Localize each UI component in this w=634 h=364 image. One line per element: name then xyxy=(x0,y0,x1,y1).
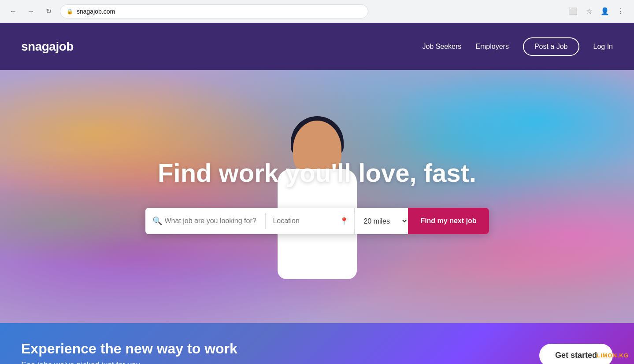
menu-button[interactable]: ⋮ xyxy=(615,5,627,18)
lock-icon: 🔒 xyxy=(67,8,73,15)
browser-right-icons: ⬜ ☆ 👤 ⋮ xyxy=(567,5,627,18)
watermark-text2: N.KG xyxy=(613,352,629,359)
search-icon: 🔍 xyxy=(152,216,162,226)
location-pin-icon: 📍 xyxy=(340,217,349,225)
search-bar: 🔍 📍 5 miles 10 miles 20 miles 50 miles 1… xyxy=(145,208,489,234)
back-button[interactable]: ← xyxy=(7,5,19,18)
browser-chrome: ← → ↻ 🔒 snagajob.com ⬜ ☆ 👤 ⋮ xyxy=(0,0,634,23)
job-search-wrapper: 🔍 xyxy=(145,208,266,234)
post-a-job-button[interactable]: Post a Job xyxy=(523,37,579,56)
hero-content: Find work you'll love, fast. 🔍 📍 5 miles… xyxy=(0,159,634,235)
watermark: LIMON.KG xyxy=(597,352,629,359)
site-nav: Job Seekers Employers Post a Job Log In xyxy=(422,37,613,56)
refresh-button[interactable]: ↻ xyxy=(42,5,55,18)
nav-job-seekers[interactable]: Job Seekers xyxy=(422,43,461,51)
lower-banner-text: Experience the new way to work See jobs … xyxy=(21,341,237,364)
hero-section: Find work you'll love, fast. 🔍 📍 5 miles… xyxy=(0,70,634,323)
forward-button[interactable]: → xyxy=(25,5,37,18)
nav-employers[interactable]: Employers xyxy=(475,43,509,51)
site-logo[interactable]: snagajob xyxy=(21,40,74,54)
location-wrapper: 📍 xyxy=(266,208,354,234)
site-header: snagajob Job Seekers Employers Post a Jo… xyxy=(0,23,634,70)
watermark-o: O xyxy=(608,352,612,359)
miles-select[interactable]: 5 miles 10 miles 20 miles 50 miles 100 m… xyxy=(354,208,408,234)
watermark-text1: LIM xyxy=(597,352,608,359)
lower-banner-title: Experience the new way to work xyxy=(21,341,237,357)
job-search-input[interactable] xyxy=(145,208,266,234)
bookmark-button[interactable]: ☆ xyxy=(583,5,595,18)
lower-banner: Experience the new way to work See jobs … xyxy=(0,323,634,364)
hero-title: Find work you'll love, fast. xyxy=(141,159,493,187)
search-submit-button[interactable]: Find my next job xyxy=(408,208,489,234)
lower-banner-subtitle: See jobs we've picked just for you xyxy=(21,360,237,364)
nav-log-in[interactable]: Log In xyxy=(593,43,613,51)
address-bar[interactable]: 🔒 snagajob.com xyxy=(60,4,368,18)
url-text: snagajob.com xyxy=(77,8,115,15)
translate-button[interactable]: ⬜ xyxy=(567,5,579,18)
profile-button[interactable]: 👤 xyxy=(599,5,611,18)
